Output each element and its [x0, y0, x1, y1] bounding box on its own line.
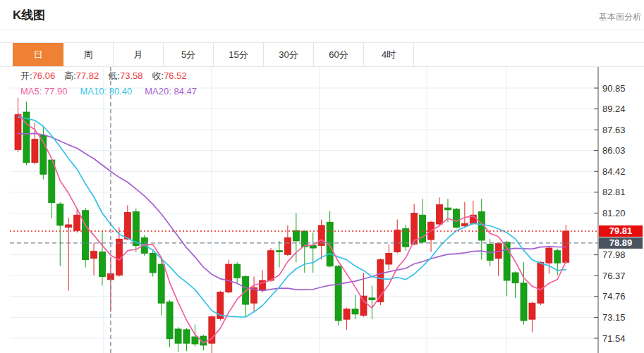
price-badge-label: 78.89: [609, 237, 633, 248]
candle-body: [158, 264, 164, 303]
candle-body: [234, 264, 241, 278]
candle-body: [268, 251, 274, 280]
y-tick-label: 89.24: [602, 104, 626, 114]
period-tab-strip: 日周月5分15分30分60分4时: [0, 42, 644, 67]
candle-body: [310, 245, 316, 248]
y-tick-label: 84.42: [602, 166, 626, 177]
tab-15分[interactable]: 15分: [214, 43, 264, 66]
tab-月[interactable]: 月: [114, 43, 164, 66]
page-title: K线图: [13, 7, 45, 23]
candle-body: [124, 212, 130, 239]
candle-body: [66, 225, 72, 228]
y-tick-label: 71.54: [602, 333, 626, 344]
candle-body: [554, 251, 561, 263]
candle-body: [444, 208, 451, 210]
tab-4时[interactable]: 4时: [364, 43, 414, 66]
period-tabs: 日周月5分15分30分60分4时: [0, 43, 644, 66]
candlestick-chart[interactable]: 90.8589.2487.6386.0384.4282.8181.2077.98…: [0, 67, 644, 353]
y-tick-label: 82.81: [602, 187, 626, 197]
candle-body: [360, 296, 367, 316]
candle-body: [284, 237, 291, 254]
candle-body: [344, 309, 350, 319]
candle-body: [91, 252, 97, 259]
candle-body: [369, 298, 375, 300]
candle-body: [133, 212, 139, 246]
candle-body: [352, 309, 358, 314]
candle-body: [546, 248, 552, 263]
candle-body: [183, 330, 190, 343]
price-badge-label: 79.81: [609, 225, 633, 236]
candle-body: [521, 283, 527, 321]
candle-body: [394, 230, 401, 252]
candle-body: [437, 204, 443, 224]
candle-body: [83, 211, 89, 260]
candle-body: [293, 230, 299, 241]
candle-body: [166, 302, 173, 338]
y-tick-label: 76.37: [602, 271, 626, 281]
candle-body: [453, 209, 459, 228]
candle-body: [386, 253, 392, 264]
candle-body: [529, 303, 535, 319]
candle-body: [276, 251, 282, 252]
y-tick-label: 90.85: [602, 83, 626, 94]
header-divider: [0, 30, 644, 30]
candle-body: [318, 225, 324, 245]
candle-body: [512, 273, 518, 283]
y-tick-label: 77.98: [602, 249, 626, 260]
candle-body: [335, 266, 341, 321]
tab-周[interactable]: 周: [63, 43, 114, 66]
candle-body: [57, 204, 63, 225]
candle-body: [192, 337, 198, 344]
chart-canvas[interactable]: 90.8589.2487.6386.0384.4282.8181.2077.98…: [0, 67, 644, 353]
candle-body: [537, 262, 544, 303]
y-tick-label: 87.63: [602, 125, 626, 135]
tab-30分[interactable]: 30分: [264, 43, 314, 66]
fundamental-analysis-link[interactable]: 基本面分析: [599, 11, 641, 23]
candle-body: [32, 140, 38, 163]
candle-body: [301, 231, 308, 247]
candle-body: [226, 264, 232, 292]
candle-body: [23, 112, 30, 163]
y-tick-label: 73.15: [602, 312, 626, 323]
y-tick-label: 86.03: [602, 145, 626, 156]
candle-body: [175, 329, 181, 343]
tab-60分[interactable]: 60分: [314, 43, 364, 66]
candle-body: [15, 115, 21, 150]
y-tick-label: 81.20: [602, 208, 626, 218]
candle-body: [74, 215, 80, 230]
candle-body: [150, 253, 156, 273]
candle-body: [49, 160, 55, 203]
tab-5分[interactable]: 5分: [164, 43, 214, 66]
y-tick-label: 74.76: [602, 291, 626, 302]
tab-日[interactable]: 日: [13, 43, 63, 66]
candle-body: [99, 252, 106, 277]
